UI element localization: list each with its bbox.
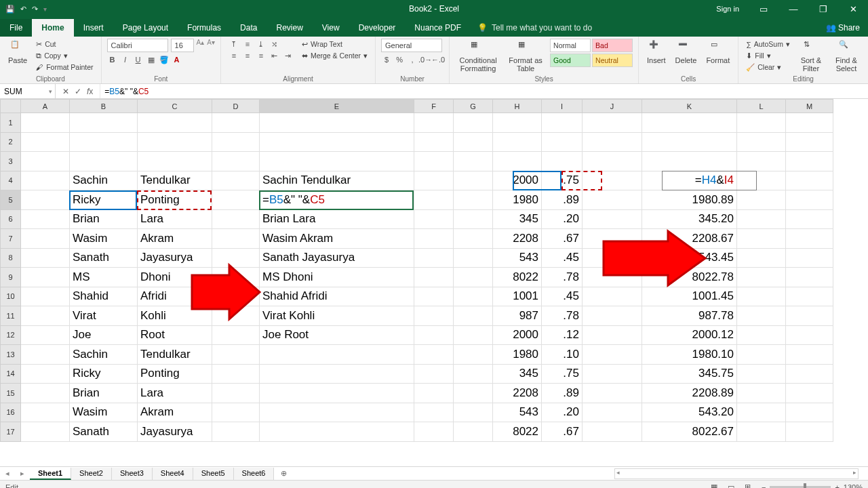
sheet-tab-sheet5[interactable]: Sheet5 <box>193 468 234 480</box>
horizontal-scrollbar[interactable] <box>614 468 859 479</box>
cell-F16[interactable] <box>414 403 454 422</box>
cell-A10[interactable] <box>21 287 70 306</box>
cell-G16[interactable] <box>454 403 493 422</box>
cell-E9[interactable]: MS Dhoni <box>260 268 414 287</box>
cell-M3[interactable] <box>786 152 833 171</box>
cell-B2[interactable] <box>70 132 138 152</box>
cell-E8[interactable]: Sanath Jayasurya <box>260 248 414 268</box>
tab-page-layout[interactable]: Page Layout <box>113 19 178 37</box>
format-cells-button[interactable]: ▭Format <box>703 39 732 66</box>
cell-B10[interactable]: Shahid <box>70 287 138 306</box>
cell-B1[interactable] <box>70 113 138 133</box>
cell-C7[interactable]: Akram <box>138 229 212 249</box>
cell-H4[interactable]: 2000 <box>493 171 542 190</box>
tell-me-search[interactable]: 💡Tell me what you want to do <box>471 19 599 37</box>
cell-A3[interactable] <box>21 152 70 171</box>
cell-D7[interactable] <box>212 229 260 249</box>
qat-customize-icon[interactable]: ▾ <box>43 5 47 13</box>
enter-formula-icon[interactable]: ✓ <box>75 87 81 96</box>
cell-K15[interactable]: 2208.89 <box>642 384 737 403</box>
cell-A16[interactable] <box>21 403 70 422</box>
cell-H14[interactable]: 345 <box>493 364 542 384</box>
align-center-icon[interactable]: ≡ <box>242 50 253 61</box>
tab-nuance-pdf[interactable]: Nuance PDF <box>405 19 471 37</box>
row-header-5[interactable]: 5 <box>1 190 21 210</box>
row-header-9[interactable]: 9 <box>1 268 21 287</box>
cell-M16[interactable] <box>786 403 833 422</box>
conditional-formatting-button[interactable]: ▦Conditional Formatting <box>455 39 501 74</box>
cell-C15[interactable]: Lara <box>138 384 212 403</box>
sheet-tab-sheet6[interactable]: Sheet6 <box>234 468 275 480</box>
find-select-button[interactable]: 🔍Find & Select <box>830 39 863 74</box>
cell-F2[interactable] <box>414 132 454 152</box>
cell-L15[interactable] <box>737 384 786 403</box>
row-header-17[interactable]: 17 <box>1 422 21 442</box>
cell-G10[interactable] <box>454 287 493 306</box>
cell-E11[interactable]: Virat Kohli <box>260 306 414 326</box>
cell-J12[interactable] <box>583 325 642 345</box>
tab-view[interactable]: View <box>313 19 349 37</box>
cell-H10[interactable]: 1001 <box>493 287 542 306</box>
cell-C4[interactable]: Tendulkar <box>138 171 212 190</box>
cell-I1[interactable] <box>542 113 583 133</box>
cell-A6[interactable] <box>21 209 70 229</box>
insert-cells-button[interactable]: ➕Insert <box>644 39 669 66</box>
cell-I3[interactable] <box>542 152 583 171</box>
align-bottom-icon[interactable]: ⤓ <box>256 39 267 49</box>
cell-G2[interactable] <box>454 132 493 152</box>
cell-J2[interactable] <box>583 132 642 152</box>
cell-L10[interactable] <box>737 287 786 306</box>
cell-B8[interactable]: Sanath <box>70 248 138 268</box>
cell-G13[interactable] <box>454 345 493 365</box>
decrease-decimal-icon[interactable]: ←.0 <box>433 54 443 65</box>
cell-G12[interactable] <box>454 325 493 345</box>
cell-B7[interactable]: Wasim <box>70 229 138 249</box>
sheet-nav-next-icon[interactable]: ▸ <box>15 469 30 478</box>
cell-H17[interactable]: 8022 <box>493 422 542 442</box>
col-header-K[interactable]: K <box>642 100 737 113</box>
save-icon[interactable]: 💾 <box>5 5 15 14</box>
cell-E4[interactable]: Sachin Tendulkar <box>260 171 414 190</box>
cell-I4[interactable]: .75 <box>542 171 583 190</box>
col-header-A[interactable]: A <box>21 100 70 113</box>
cell-D17[interactable] <box>212 422 260 442</box>
tab-developer[interactable]: Developer <box>349 19 406 37</box>
normal-view-icon[interactable]: ▦ <box>707 483 722 488</box>
cell-J5[interactable] <box>583 190 642 210</box>
cell-F15[interactable] <box>414 384 454 403</box>
row-header-13[interactable]: 13 <box>1 345 21 365</box>
cell-A4[interactable] <box>21 171 70 190</box>
cell-B11[interactable]: Virat <box>70 306 138 326</box>
percent-icon[interactable]: % <box>394 54 405 65</box>
cell-J15[interactable] <box>583 384 642 403</box>
increase-font-icon[interactable]: A▴ <box>197 39 205 52</box>
share-button[interactable]: 👥 Share <box>818 19 868 37</box>
cell-H15[interactable]: 2208 <box>493 384 542 403</box>
cell-H5[interactable]: 1980 <box>493 190 542 210</box>
cell-L16[interactable] <box>737 403 786 422</box>
cell-L5[interactable] <box>737 190 786 210</box>
col-header-M[interactable]: M <box>786 100 833 113</box>
cell-E13[interactable] <box>260 345 414 365</box>
cell-F10[interactable] <box>414 287 454 306</box>
align-right-icon[interactable]: ≡ <box>256 50 267 61</box>
cell-D3[interactable] <box>212 152 260 171</box>
cell-I11[interactable]: .78 <box>542 306 583 326</box>
cell-L2[interactable] <box>737 132 786 152</box>
indent-decrease-icon[interactable]: ⇤ <box>269 50 280 61</box>
cell-B9[interactable]: MS <box>70 268 138 287</box>
cell-D15[interactable] <box>212 384 260 403</box>
cell-M17[interactable] <box>786 422 833 442</box>
cell-I10[interactable]: .45 <box>542 287 583 306</box>
cell-K2[interactable] <box>642 132 737 152</box>
cell-G11[interactable] <box>454 306 493 326</box>
cell-E7[interactable]: Wasim Akram <box>260 229 414 249</box>
cell-B5[interactable]: Ricky <box>70 190 138 210</box>
cell-D12[interactable] <box>212 325 260 345</box>
fx-icon[interactable]: fx <box>87 87 93 96</box>
cell-C5[interactable]: Ponting <box>138 190 212 210</box>
cell-I5[interactable]: .89 <box>542 190 583 210</box>
cell-G6[interactable] <box>454 209 493 229</box>
row-header-3[interactable]: 3 <box>1 152 21 171</box>
tab-insert[interactable]: Insert <box>74 19 113 37</box>
